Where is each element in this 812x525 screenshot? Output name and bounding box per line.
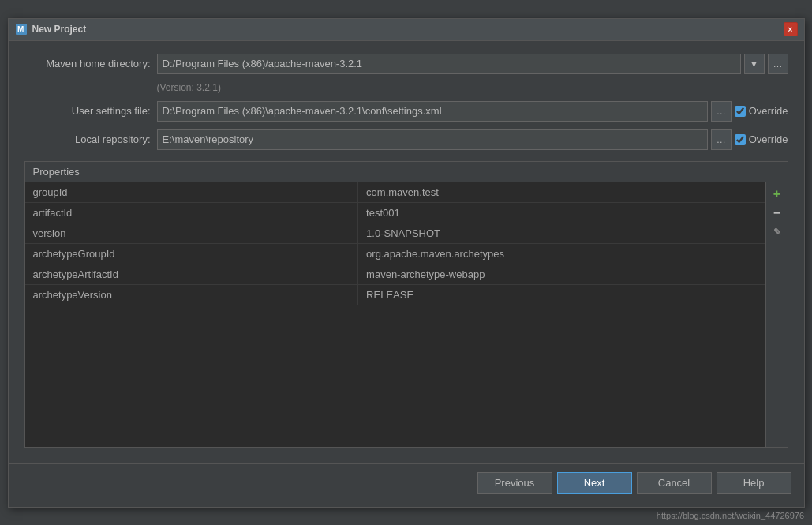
dialog-icon: M <box>15 23 28 36</box>
table-row: version 1.0-SNAPSHOT <box>25 223 765 243</box>
property-value: test001 <box>358 202 765 223</box>
table-row: archetypeGroupId org.apache.maven.archet… <box>25 243 765 264</box>
property-name: archetypeGroupId <box>25 243 358 264</box>
local-repo-label: Local repository: <box>24 133 151 145</box>
property-value: org.apache.maven.archetypes <box>358 243 765 264</box>
property-value: maven-archetype-webapp <box>358 264 765 284</box>
remove-property-button[interactable]: − <box>768 204 787 222</box>
next-button[interactable]: Next <box>557 472 632 494</box>
local-repo-browse-button[interactable]: … <box>711 129 732 150</box>
property-value: 1.0-SNAPSHOT <box>358 223 765 243</box>
property-name: groupId <box>25 182 358 203</box>
property-name: archetypeVersion <box>25 284 358 305</box>
maven-home-input[interactable] <box>157 54 741 74</box>
user-settings-row: User settings file: … Override <box>24 101 788 122</box>
edit-property-button[interactable]: ✎ <box>768 223 787 241</box>
table-row: groupId com.maven.test <box>25 182 765 203</box>
add-property-button[interactable]: + <box>768 186 787 203</box>
local-repo-input-row: … Override <box>157 129 788 150</box>
version-note: (Version: 3.2.1) <box>157 82 788 93</box>
property-name: artifactId <box>25 202 358 223</box>
local-repo-override-label: Override <box>735 133 788 145</box>
property-name: archetypeArtifactId <box>25 264 358 284</box>
dialog-content: Maven home directory: ▼ … (Version: 3.2.… <box>9 41 804 463</box>
user-settings-browse-button[interactable]: … <box>711 101 732 122</box>
footer: Previous Next Cancel Help <box>9 463 804 502</box>
maven-home-label: Maven home directory: <box>24 58 151 69</box>
maven-home-row: Maven home directory: ▼ … <box>24 54 788 74</box>
previous-button[interactable]: Previous <box>477 472 552 494</box>
title-bar-left: M New Project <box>15 23 87 36</box>
user-settings-input-row: … Override <box>157 101 788 122</box>
svg-text:M: M <box>17 25 24 34</box>
footer-url: https://blog.csdn.net/weixin_44726976 <box>657 511 804 520</box>
property-value: RELEASE <box>358 284 765 305</box>
table-row: archetypeVersion RELEASE <box>25 284 765 305</box>
properties-table: groupId com.maven.test artifactId test00… <box>25 182 765 305</box>
help-button[interactable]: Help <box>717 472 791 494</box>
cancel-button[interactable]: Cancel <box>637 472 712 494</box>
local-repo-override-checkbox[interactable] <box>735 134 746 145</box>
local-repo-row: Local repository: … Override <box>24 129 788 150</box>
properties-header: Properties <box>25 162 788 182</box>
new-project-dialog: M New Project × Maven home directory: ▼ … <box>8 18 805 508</box>
maven-home-browse-button[interactable]: … <box>768 54 788 74</box>
maven-home-input-row: ▼ … <box>157 54 788 74</box>
dialog-title: New Project <box>32 24 87 35</box>
properties-empty-area <box>25 305 765 447</box>
properties-section: Properties groupId com.maven.test artifa… <box>24 161 788 448</box>
properties-actions: + − ✎ <box>765 182 788 447</box>
local-repo-input[interactable] <box>157 129 708 150</box>
table-row: archetypeArtifactId maven-archetype-weba… <box>25 264 765 284</box>
user-settings-override-label: Override <box>735 105 788 117</box>
properties-table-wrapper: groupId com.maven.test artifactId test00… <box>25 182 765 447</box>
table-row: artifactId test001 <box>25 202 765 223</box>
user-settings-input[interactable] <box>157 101 708 122</box>
property-name: version <box>25 223 358 243</box>
title-bar: M New Project × <box>9 19 804 41</box>
user-settings-label: User settings file: <box>24 105 151 117</box>
properties-container: groupId com.maven.test artifactId test00… <box>25 182 788 447</box>
user-settings-override-checkbox[interactable] <box>735 106 746 117</box>
property-value: com.maven.test <box>358 182 765 203</box>
close-button[interactable]: × <box>784 22 798 36</box>
maven-home-dropdown-button[interactable]: ▼ <box>744 54 765 74</box>
